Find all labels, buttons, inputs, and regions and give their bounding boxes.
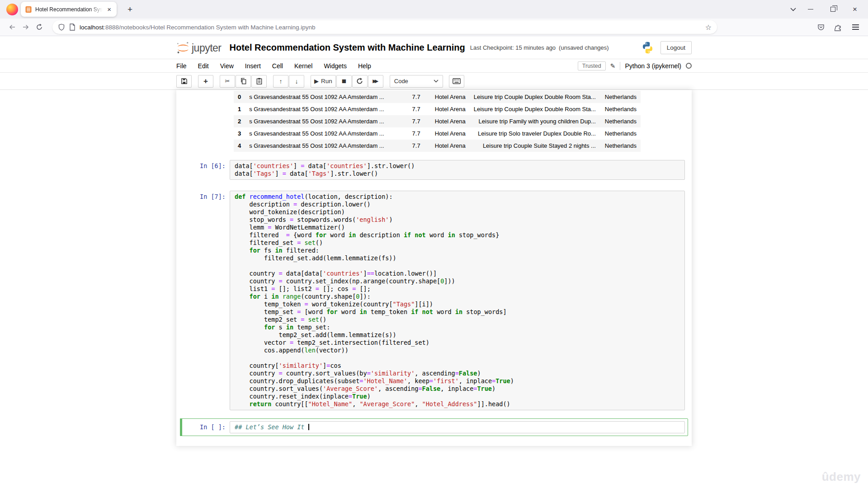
menu-item-view[interactable]: View — [220, 62, 234, 70]
menu-hamburger-icon[interactable] — [852, 24, 859, 30]
hotel-address-cell: s Gravesandestraat 55 Oost 1092 AA Amste… — [245, 127, 388, 140]
reload-button[interactable] — [33, 21, 46, 33]
active-code-cell[interactable]: In [ ]: ## Let’s See How It — [180, 418, 688, 436]
trusted-badge[interactable]: Trusted — [578, 61, 606, 70]
input-prompt: In [ ]: — [183, 421, 230, 431]
copy-cell-button[interactable] — [236, 75, 251, 88]
run-label: Run — [321, 78, 332, 84]
url-field[interactable]: localhost:8888/notebooks/Hotel Recommend… — [52, 20, 717, 34]
clipboard-icon — [256, 78, 263, 84]
cell-type-dropdown[interactable]: Code — [390, 75, 443, 88]
new-tab-button[interactable]: + — [124, 5, 136, 14]
menu-item-file[interactable]: File — [176, 62, 187, 70]
notebook-container: 0 s Gravesandestraat 55 Oost 1092 AA Ams… — [176, 90, 692, 446]
page-info-icon[interactable] — [69, 23, 75, 31]
hotel-name-cell: Hotel Arena — [425, 103, 470, 115]
back-button[interactable] — [5, 21, 19, 33]
unsaved-changes-text: (unsaved changes) — [559, 44, 609, 51]
row-index: 0 — [234, 91, 245, 103]
edit-pencil-icon[interactable]: ✎ — [610, 62, 616, 70]
forward-button[interactable] — [19, 21, 33, 33]
hotel-address-cell: s Gravesandestraat 55 Oost 1092 AA Amste… — [245, 115, 388, 127]
move-cell-down-button[interactable]: ↓ — [289, 75, 304, 88]
extensions-puzzle-icon[interactable] — [835, 23, 842, 31]
notebook-title[interactable]: Hotel Recommendation System with Machine… — [230, 42, 465, 53]
code-cell-in6[interactable]: In [6]: data['countries'] = data['countr… — [180, 157, 688, 183]
window-close-button[interactable]: × — [853, 5, 857, 13]
notebook-toolbar: + ✂ ↑ ↓ ▶Run ■ ▶▶ Code — [0, 73, 868, 90]
checkpoint-text: Last Checkpoint: 15 minutes ago — [470, 44, 556, 51]
code-input-area[interactable]: data['countries'] = data['countries'].st… — [230, 160, 685, 180]
country-cell: Netherlands — [600, 91, 641, 103]
country-cell: Netherlands — [600, 103, 641, 115]
window-restore-button[interactable] — [830, 7, 835, 12]
menu-item-insert[interactable]: Insert — [245, 62, 261, 70]
cut-cell-button[interactable]: ✂ — [220, 75, 235, 88]
average-score-cell: 7.7 — [388, 140, 425, 152]
average-score-cell: 7.7 — [388, 115, 425, 127]
paste-cell-button[interactable] — [251, 75, 267, 88]
row-index: 4 — [234, 140, 245, 152]
list-tabs-chevron-icon[interactable] — [790, 8, 796, 11]
kernel-idle-indicator — [686, 63, 692, 69]
menu-item-widgets[interactable]: Widgets — [324, 62, 347, 70]
row-index: 1 — [234, 103, 245, 115]
menu-item-kernel[interactable]: Kernel — [294, 62, 312, 70]
tags-cell: Leisure trip Couple Duplex Double Room S… — [470, 91, 600, 103]
logout-button[interactable]: Logout — [660, 41, 692, 54]
url-text[interactable]: localhost:8888/notebooks/Hotel Recommend… — [80, 24, 701, 31]
table-row: 2 s Gravesandestraat 55 Oost 1092 AA Ams… — [234, 115, 641, 127]
jupyter-logo-text: jupyter — [192, 43, 222, 55]
tab-close-icon[interactable]: × — [106, 5, 113, 13]
pocket-icon[interactable] — [817, 23, 825, 31]
window-minimize-button[interactable] — [808, 9, 813, 10]
table-row: 1 s Gravesandestraat 55 Oost 1092 AA Ams… — [234, 103, 641, 115]
browser-tab-bar: Hotel Recommendation System × + × — [0, 0, 868, 19]
jupyter-logo[interactable]: jupyter — [176, 41, 222, 55]
cell-type-value: Code — [394, 78, 434, 84]
chevron-down-icon — [434, 80, 439, 83]
table-row: 0 s Gravesandestraat 55 Oost 1092 AA Ams… — [234, 91, 641, 103]
input-prompt: In [7]: — [183, 191, 230, 200]
run-button[interactable]: ▶Run — [311, 75, 336, 88]
restart-run-all-button[interactable]: ▶▶ — [368, 75, 383, 88]
menu-item-edit[interactable]: Edit — [198, 62, 209, 70]
move-cell-up-button[interactable]: ↑ — [273, 75, 288, 88]
input-prompt: In [6]: — [183, 160, 230, 169]
average-score-cell: 7.7 — [388, 103, 425, 115]
copy-icon — [240, 78, 247, 84]
menu-item-cell[interactable]: Cell — [272, 62, 283, 70]
save-button[interactable] — [176, 75, 192, 88]
average-score-cell: 7.7 — [388, 91, 425, 103]
tab-title: Hotel Recommendation System — [35, 6, 103, 13]
command-palette-button[interactable] — [449, 75, 464, 88]
code-input-area[interactable]: ## Let’s See How It — [230, 421, 685, 433]
table-row: 4 s Gravesandestraat 55 Oost 1092 AA Ams… — [234, 140, 641, 152]
scissors-icon: ✂ — [225, 78, 230, 84]
bookmark-star-icon[interactable]: ☆ — [705, 23, 712, 32]
tags-cell: Leisure trip Solo traveler Duplex Double… — [470, 127, 600, 140]
browser-tab[interactable]: Hotel Recommendation System × — [21, 2, 117, 17]
fast-forward-icon: ▶▶ — [373, 79, 378, 84]
keyboard-icon — [453, 78, 461, 84]
url-path: :8888/notebooks/Hotel Recommendation Sys… — [104, 24, 315, 31]
country-cell: Netherlands — [600, 127, 641, 140]
code-cell-in7[interactable]: In [7]: def recommend_hotel(location, de… — [180, 188, 688, 413]
plus-icon: + — [203, 77, 208, 85]
notebook-area: 0 s Gravesandestraat 55 Oost 1092 AA Ams… — [0, 90, 868, 488]
interrupt-kernel-button[interactable]: ■ — [336, 75, 352, 88]
hotel-address-cell: s Gravesandestraat 55 Oost 1092 AA Amste… — [245, 140, 388, 152]
menu-item-help[interactable]: Help — [358, 62, 371, 70]
hotel-name-cell: Hotel Arena — [425, 91, 470, 103]
restart-kernel-button[interactable] — [352, 75, 368, 88]
url-host: localhost — [80, 24, 104, 31]
divider — [620, 62, 620, 70]
notebook-favicon-icon — [25, 6, 32, 13]
add-cell-button[interactable]: + — [198, 75, 213, 88]
code-input-area[interactable]: def recommend_hotel(location, descriptio… — [230, 191, 685, 410]
tags-cell: Leisure trip Couple Duplex Double Room S… — [470, 103, 600, 115]
tracking-shield-icon[interactable] — [58, 23, 65, 31]
jupyter-header: jupyter Hotel Recommendation System with… — [0, 36, 868, 59]
python-logo-icon — [641, 41, 654, 54]
refresh-icon — [356, 78, 363, 84]
